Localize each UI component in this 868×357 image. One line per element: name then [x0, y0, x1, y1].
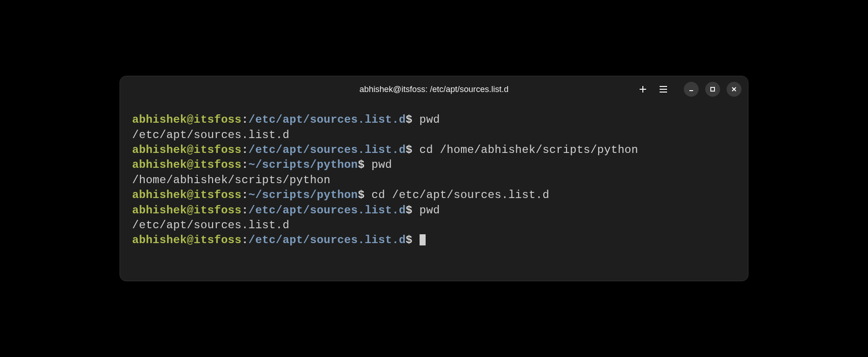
- prompt-symbol: $: [406, 113, 419, 126]
- prompt-path: /etc/apt/sources.list.d: [248, 144, 406, 156]
- output-line: /home/abhishek/scripts/python: [132, 173, 736, 188]
- prompt-path: ~/scripts/python: [248, 189, 358, 201]
- command-text: pwd: [420, 204, 440, 217]
- prompt-symbol: $: [406, 234, 419, 246]
- minimize-icon: [688, 86, 694, 92]
- new-tab-button[interactable]: [637, 84, 648, 95]
- menu-button[interactable]: [658, 84, 669, 95]
- prompt-separator: :: [241, 234, 248, 246]
- close-icon: [731, 86, 737, 92]
- prompt-userhost: abhishek@itsfoss: [132, 204, 241, 217]
- prompt-line: abhishek@itsfoss:/etc/apt/sources.list.d…: [132, 143, 736, 158]
- command-text: cd /etc/apt/sources.list.d: [372, 189, 549, 201]
- titlebar-controls: [637, 82, 741, 97]
- minimize-button[interactable]: [684, 82, 699, 97]
- prompt-symbol: $: [358, 159, 371, 171]
- plus-icon: [639, 85, 647, 93]
- prompt-line: abhishek@itsfoss:~/scripts/python$ pwd: [132, 158, 736, 172]
- prompt-line: abhishek@itsfoss:~/scripts/python$ cd /e…: [132, 188, 736, 203]
- prompt-userhost: abhishek@itsfoss: [132, 144, 241, 156]
- prompt-symbol: $: [406, 144, 419, 156]
- svg-rect-6: [711, 87, 714, 91]
- prompt-symbol: $: [358, 189, 371, 201]
- terminal-cursor: [420, 234, 426, 245]
- titlebar: abhishek@itsfoss: /etc/apt/sources.list.…: [120, 76, 748, 102]
- prompt-path: ~/scripts/python: [248, 159, 358, 171]
- prompt-separator: :: [241, 144, 248, 156]
- terminal-body[interactable]: abhishek@itsfoss:/etc/apt/sources.list.d…: [120, 102, 748, 281]
- output-text: /home/abhishek/scripts/python: [132, 174, 330, 186]
- output-text: /etc/apt/sources.list.d: [132, 219, 289, 231]
- prompt-userhost: abhishek@itsfoss: [132, 234, 241, 246]
- maximize-icon: [710, 86, 715, 92]
- window-buttons: [684, 82, 741, 97]
- command-text: pwd: [372, 159, 392, 171]
- output-line: /etc/apt/sources.list.d: [132, 128, 736, 143]
- prompt-separator: :: [241, 189, 248, 201]
- output-text: /etc/apt/sources.list.d: [132, 129, 289, 141]
- prompt-separator: :: [241, 159, 248, 171]
- close-button[interactable]: [727, 82, 741, 97]
- command-text: pwd: [420, 113, 440, 126]
- window-title: abhishek@itsfoss: /etc/apt/sources.list.…: [360, 85, 508, 94]
- command-text: cd /home/abhishek/scripts/python: [420, 144, 638, 156]
- hamburger-icon: [659, 86, 668, 93]
- output-line: /etc/apt/sources.list.d: [132, 218, 736, 233]
- prompt-separator: :: [241, 113, 248, 126]
- prompt-userhost: abhishek@itsfoss: [132, 189, 241, 201]
- prompt-userhost: abhishek@itsfoss: [132, 113, 241, 126]
- prompt-path: /etc/apt/sources.list.d: [248, 113, 406, 126]
- prompt-line: abhishek@itsfoss:/etc/apt/sources.list.d…: [132, 233, 736, 248]
- prompt-symbol: $: [406, 204, 419, 217]
- prompt-userhost: abhishek@itsfoss: [132, 159, 241, 171]
- prompt-separator: :: [241, 204, 248, 217]
- maximize-button[interactable]: [705, 82, 720, 97]
- prompt-line: abhishek@itsfoss:/etc/apt/sources.list.d…: [132, 112, 736, 127]
- prompt-path: /etc/apt/sources.list.d: [248, 234, 406, 246]
- prompt-line: abhishek@itsfoss:/etc/apt/sources.list.d…: [132, 203, 736, 218]
- terminal-window: abhishek@itsfoss: /etc/apt/sources.list.…: [120, 76, 748, 281]
- prompt-path: /etc/apt/sources.list.d: [248, 204, 406, 217]
